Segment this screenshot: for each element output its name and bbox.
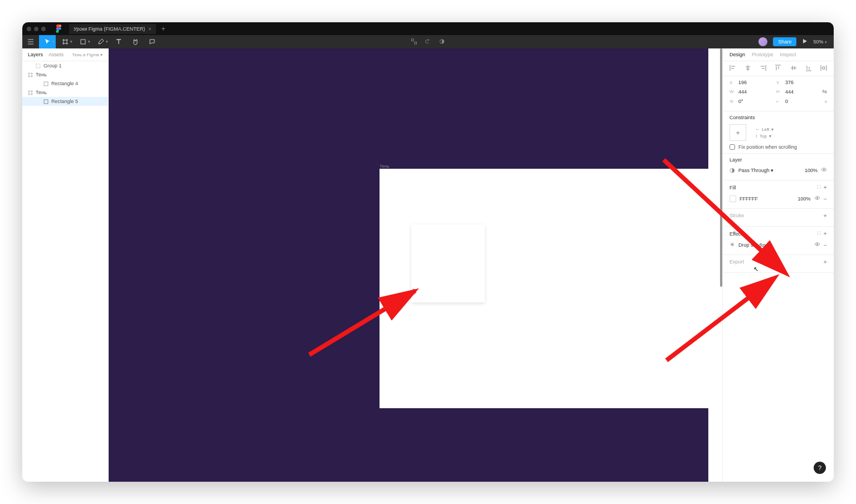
h-value[interactable]: 444 — [785, 89, 806, 95]
fill-hex[interactable]: FFFFFF — [740, 196, 758, 202]
layer-frame[interactable]: Тень — [22, 70, 108, 79]
chevron-down-icon[interactable]: ▾ — [70, 40, 72, 44]
layer-frame[interactable]: Тень — [22, 88, 108, 97]
mask-icon[interactable] — [439, 38, 445, 46]
align-hcenter-icon[interactable] — [745, 65, 751, 72]
w-value[interactable]: 444 — [738, 89, 760, 95]
dimensions-section: X196Y376 W444H444⇋ ⟲0°⌐0▫ — [723, 76, 834, 111]
document-tab-title: Уроки Figma (FIGMA.CENTER) — [74, 26, 145, 32]
svg-point-10 — [816, 197, 818, 199]
window-controls[interactable] — [27, 27, 46, 31]
canvas-rectangle[interactable] — [411, 224, 485, 302]
blend-mode[interactable]: Pass Through ▾ — [738, 168, 774, 173]
visibility-icon[interactable] — [814, 241, 820, 248]
inspect-tab[interactable]: Inspect — [780, 52, 796, 57]
zoom-level[interactable]: 50% ▾ — [813, 39, 827, 45]
styles-icon[interactable]: ∷ — [817, 184, 821, 190]
max-dot[interactable] — [41, 27, 46, 31]
right-panel: Design Prototype Inspect X196Y376 W444H4… — [722, 48, 834, 482]
comment-tool[interactable] — [144, 35, 160, 48]
layer-rect-selected[interactable]: Rectangle 5 — [22, 97, 108, 106]
x-value[interactable]: 196 — [738, 80, 760, 85]
link-icon[interactable]: ⇋ — [822, 88, 827, 95]
visibility-icon[interactable] — [821, 167, 827, 174]
add-effect-icon[interactable]: + — [824, 230, 827, 237]
component-icon[interactable] — [411, 38, 417, 46]
svg-point-11 — [816, 243, 818, 245]
svg-rect-7 — [44, 100, 48, 104]
assets-tab[interactable]: Assets — [48, 52, 64, 57]
group-icon — [36, 63, 41, 68]
add-export-icon[interactable]: + — [824, 258, 827, 265]
rect-icon — [43, 99, 48, 104]
hand-tool[interactable] — [127, 35, 144, 48]
remove-icon[interactable]: − — [824, 242, 827, 248]
layer-group[interactable]: Group 1 — [22, 61, 108, 70]
canvas-frame[interactable] — [380, 169, 715, 408]
constraints-title: Constraints — [729, 115, 827, 120]
svg-rect-6 — [44, 82, 48, 86]
chevron-down-icon[interactable]: ▾ — [88, 40, 90, 44]
effect-name[interactable]: Drop shadow ▾ — [738, 242, 772, 248]
text-tool[interactable] — [110, 35, 127, 48]
styles-icon[interactable]: ∷ — [817, 230, 821, 237]
blend-icon[interactable]: ◑ — [729, 167, 735, 174]
y-value[interactable]: 376 — [785, 80, 806, 85]
chevron-down-icon[interactable]: ▾ — [106, 40, 108, 44]
layers-tab[interactable]: Layers — [28, 52, 43, 57]
close-tab-icon[interactable]: × — [148, 26, 151, 32]
effect-settings-icon[interactable]: ☀ — [729, 241, 735, 248]
chevron-down-icon[interactable]: ▾ — [825, 40, 827, 44]
add-stroke-icon[interactable]: + — [824, 212, 827, 219]
fill-swatch[interactable] — [729, 195, 736, 202]
align-controls — [723, 61, 834, 76]
help-button[interactable]: ? — [814, 462, 826, 474]
canvas[interactable]: Тень — [109, 48, 722, 482]
present-button[interactable] — [802, 38, 808, 45]
right-scrollbar[interactable] — [720, 48, 723, 482]
layer-title: Layer — [729, 157, 827, 163]
align-top-icon[interactable] — [775, 65, 781, 72]
close-dot[interactable] — [27, 27, 31, 31]
add-fill-icon[interactable]: + — [824, 184, 827, 190]
min-dot[interactable] — [34, 27, 38, 31]
fill-section: Fill∷ + FFFFFF 100% − — [723, 180, 834, 209]
align-bottom-icon[interactable] — [805, 65, 812, 72]
corners-icon[interactable]: ▫ — [825, 98, 827, 105]
constraints-section: Constraints + ↔ Left ▾ ↕ Top ▾ Fix posit… — [723, 111, 834, 154]
radius-value[interactable]: 0 — [785, 99, 806, 104]
align-vcenter-icon[interactable] — [790, 65, 797, 72]
svg-point-9 — [823, 169, 825, 170]
chevron-down-icon[interactable]: ▾ — [52, 40, 55, 44]
align-right-icon[interactable] — [760, 65, 766, 72]
reset-icon[interactable] — [425, 38, 431, 46]
frame-label[interactable]: Тень — [380, 164, 389, 169]
align-left-icon[interactable] — [729, 65, 736, 72]
remove-icon[interactable]: − — [824, 195, 827, 202]
distribute-icon[interactable] — [820, 65, 827, 72]
constraints-widget[interactable]: + — [729, 124, 746, 141]
page-selector[interactable]: Тень в Figma ▾ — [72, 52, 103, 57]
user-avatar[interactable] — [758, 37, 767, 46]
toolbar-center — [411, 38, 445, 46]
layer-rect[interactable]: Rectangle 4 — [22, 79, 108, 88]
new-tab-button[interactable]: + — [162, 25, 166, 33]
menu-button[interactable] — [22, 35, 39, 48]
document-tab[interactable]: Уроки Figma (FIGMA.CENTER) × — [69, 24, 156, 34]
window-tabstrip: Уроки Figma (FIGMA.CENTER) × + — [22, 22, 834, 35]
constraint-v[interactable]: ↕ Top ▾ — [755, 134, 774, 139]
rotation-value[interactable]: 0° — [738, 99, 760, 104]
app-window: Уроки Figma (FIGMA.CENTER) × + ▾ ▾ ▾ ▾ S… — [22, 22, 834, 482]
constraint-h[interactable]: ↔ Left ▾ — [755, 127, 774, 132]
fill-opacity[interactable]: 100% — [798, 196, 811, 202]
svg-rect-1 — [81, 40, 85, 44]
prototype-tab[interactable]: Prototype — [752, 52, 774, 57]
stroke-section: Stroke+ — [723, 209, 834, 227]
fix-position-checkbox[interactable]: Fix position when scrolling — [729, 144, 827, 150]
share-button[interactable]: Share — [773, 37, 796, 46]
opacity-value[interactable]: 100% — [805, 168, 818, 173]
figma-logo-icon[interactable] — [54, 24, 64, 34]
mouse-cursor-icon: ↖ — [753, 266, 758, 273]
design-tab[interactable]: Design — [729, 52, 745, 57]
visibility-icon[interactable] — [814, 195, 820, 202]
